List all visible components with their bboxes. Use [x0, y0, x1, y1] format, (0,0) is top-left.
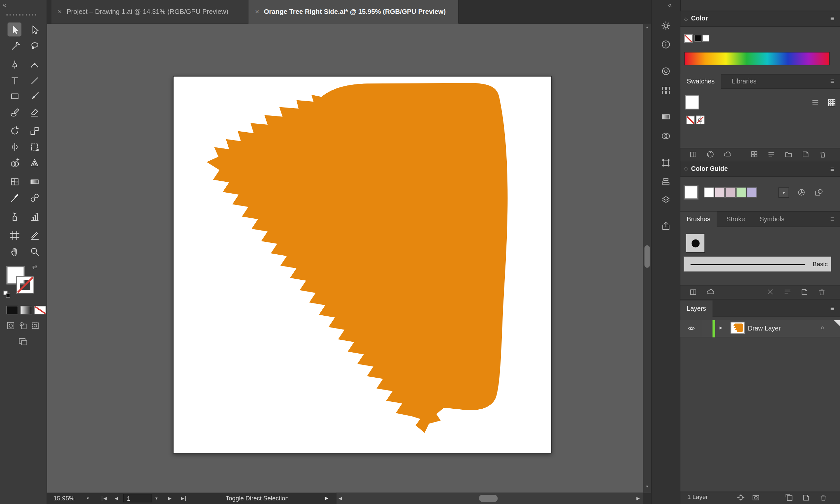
screen-mode-icon[interactable] — [16, 338, 30, 346]
info-panel-icon[interactable] — [661, 40, 671, 49]
layers-panel-menu-icon[interactable]: ≡ — [830, 304, 834, 312]
color-black-swatch[interactable] — [694, 35, 701, 42]
color-none-swatch[interactable] — [684, 34, 693, 43]
color-guide-panel-icon[interactable] — [661, 66, 671, 76]
swatch-kinds-icon[interactable] — [750, 150, 758, 159]
brush-libraries-icon[interactable] — [689, 288, 697, 296]
first-artboard-button[interactable]: ◀ — [101, 493, 107, 504]
horizontal-scrollbar[interactable]: ◀ ▶ — [336, 493, 643, 504]
shape-builder-tool[interactable] — [7, 155, 21, 169]
mesh-tool[interactable] — [7, 175, 21, 188]
brush-options-icon[interactable] — [783, 288, 792, 296]
document-tab-active[interactable]: × Orange Tree Right Side.ai* @ 15.95% (R… — [248, 0, 458, 23]
slice-tool[interactable] — [28, 228, 41, 242]
guide-swatch[interactable] — [704, 187, 714, 198]
eraser-tool[interactable] — [28, 105, 41, 119]
guide-swatch[interactable] — [747, 187, 757, 198]
draw-normal-icon[interactable] — [6, 321, 15, 330]
artboard-tool[interactable] — [7, 228, 21, 242]
color-white-swatch[interactable] — [702, 35, 709, 42]
brush-dot-item[interactable] — [685, 234, 705, 253]
delete-layer-icon[interactable] — [819, 493, 828, 502]
artboard-dropdown-icon[interactable]: ▾ — [155, 493, 158, 504]
layer-name-label[interactable]: Draw Layer — [748, 325, 781, 332]
brush-cc-libraries-icon[interactable] — [706, 288, 715, 296]
pen-tool[interactable] — [7, 57, 21, 71]
rectangle-tool[interactable] — [7, 89, 21, 103]
guide-base-color-swatch[interactable] — [685, 186, 697, 199]
default-fill-stroke-icon[interactable] — [3, 291, 11, 299]
toolbar-collapse-icon[interactable]: « — [3, 1, 6, 8]
column-graph-tool[interactable] — [28, 210, 41, 223]
status-overflow-icon[interactable]: ▶ — [325, 493, 328, 504]
draw-behind-icon[interactable] — [19, 321, 28, 330]
color-guide-panel-menu-icon[interactable]: ≡ — [830, 165, 834, 173]
transparency-panel-icon[interactable] — [661, 131, 671, 141]
locate-object-icon[interactable] — [737, 493, 745, 502]
tab-close-icon[interactable]: × — [255, 0, 259, 23]
document-tab-inactive[interactable]: × Project – Drawing 1.ai @ 14.31% (RGB/G… — [52, 0, 249, 23]
tab-close-icon[interactable]: × — [58, 0, 62, 23]
new-color-group-icon[interactable] — [784, 150, 793, 159]
scroll-right-icon[interactable]: ▶ — [637, 493, 640, 504]
remove-brush-stroke-icon[interactable] — [766, 288, 775, 296]
last-artboard-button[interactable]: ▶ — [181, 493, 187, 504]
panel-collapse-icon[interactable]: ◇ — [684, 16, 687, 21]
strip-expand-icon[interactable]: « — [668, 1, 672, 8]
layer-target-icon[interactable]: ○ — [821, 324, 824, 330]
color-panel-menu-icon[interactable]: ≡ — [830, 15, 834, 22]
previous-artboard-button[interactable]: ◀ — [114, 493, 118, 504]
rotate-tool[interactable] — [7, 124, 21, 138]
zoom-tool[interactable] — [28, 244, 41, 258]
gradient-mode-button[interactable] — [20, 306, 32, 314]
swap-fill-stroke-icon[interactable]: ⇄ — [32, 264, 37, 270]
guide-swatch[interactable] — [736, 187, 746, 198]
shaper-tool[interactable] — [7, 105, 21, 119]
orange-tree-shape[interactable] — [174, 76, 551, 453]
selection-tool[interactable] — [7, 22, 21, 36]
delete-brush-icon[interactable] — [818, 288, 826, 296]
artboard-number-field[interactable]: 1 — [123, 494, 152, 502]
make-clipping-mask-icon[interactable] — [752, 493, 760, 502]
curvature-tool[interactable] — [28, 57, 41, 71]
type-tool[interactable] — [7, 73, 21, 87]
scroll-left-icon[interactable]: ◀ — [339, 493, 342, 504]
tab-symbols[interactable]: Symbols — [753, 212, 791, 227]
swatches-panel-menu-icon[interactable]: ≡ — [830, 77, 834, 85]
symbol-sprayer-tool[interactable] — [7, 210, 21, 223]
magic-wand-tool[interactable] — [7, 39, 21, 52]
guide-swatch[interactable] — [726, 187, 736, 198]
zoom-level[interactable]: 15.95% — [53, 493, 74, 504]
appearance-panel-icon[interactable] — [661, 21, 671, 30]
draw-inside-icon[interactable] — [31, 321, 40, 330]
align-panel-icon[interactable] — [661, 177, 671, 186]
scroll-down-icon[interactable]: ▾ — [643, 484, 651, 489]
scroll-up-icon[interactable]: ▴ — [643, 25, 651, 30]
blend-tool[interactable] — [28, 191, 41, 204]
brushes-panel-menu-icon[interactable]: ≡ — [830, 215, 834, 223]
delete-swatch-icon[interactable] — [819, 150, 827, 159]
color-mode-button[interactable] — [6, 306, 18, 314]
tab-stroke[interactable]: Stroke — [720, 212, 751, 227]
export-panel-icon[interactable] — [661, 221, 671, 231]
new-sublayer-icon[interactable] — [785, 493, 793, 502]
swatches-grid-view-icon[interactable] — [827, 98, 836, 107]
stroke-color-swatch[interactable] — [16, 276, 34, 294]
new-swatch-icon[interactable] — [801, 150, 810, 159]
line-segment-tool[interactable] — [28, 73, 41, 87]
none-mode-button[interactable] — [34, 306, 46, 314]
gradient-panel-icon[interactable] — [661, 112, 671, 121]
guide-variations-dropdown[interactable]: ▾ — [778, 187, 789, 198]
eyedropper-tool[interactable] — [7, 191, 21, 204]
scale-tool[interactable] — [28, 124, 41, 138]
tab-swatches[interactable]: Swatches — [680, 74, 721, 89]
swatches-panel-icon[interactable] — [661, 86, 671, 95]
layer-thumbnail[interactable] — [731, 322, 745, 334]
layer-visibility-eye-icon[interactable] — [687, 325, 696, 332]
vertical-scrollbar-thumb[interactable] — [644, 246, 650, 268]
swatch-none[interactable] — [686, 116, 695, 124]
pathfinder-panel-icon[interactable] — [661, 195, 671, 204]
horizontal-scrollbar-thumb[interactable] — [479, 495, 498, 502]
libraries-sync-icon[interactable] — [723, 150, 732, 159]
color-themes-icon[interactable] — [706, 150, 715, 159]
